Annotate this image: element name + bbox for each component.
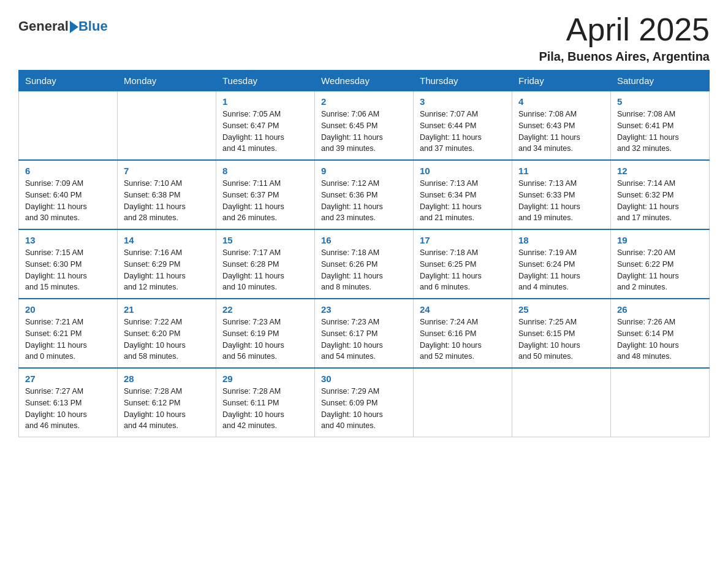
day-info: Sunrise: 7:08 AMSunset: 6:43 PMDaylight:… xyxy=(518,109,604,155)
calendar-day-cell: 27Sunrise: 7:27 AMSunset: 6:13 PMDayligh… xyxy=(19,368,118,437)
day-info: Sunrise: 7:28 AMSunset: 6:12 PMDaylight:… xyxy=(124,386,210,432)
calendar-week-row: 20Sunrise: 7:21 AMSunset: 6:21 PMDayligh… xyxy=(19,299,710,368)
calendar-header-row: SundayMondayTuesdayWednesdayThursdayFrid… xyxy=(19,71,710,91)
calendar-day-cell: 26Sunrise: 7:26 AMSunset: 6:14 PMDayligh… xyxy=(611,299,710,368)
day-info: Sunrise: 7:23 AMSunset: 6:19 PMDaylight:… xyxy=(222,316,308,362)
day-info: Sunrise: 7:20 AMSunset: 6:22 PMDaylight:… xyxy=(617,247,703,293)
calendar-header-cell: Sunday xyxy=(19,71,118,91)
day-number: 3 xyxy=(420,96,506,107)
day-info: Sunrise: 7:21 AMSunset: 6:21 PMDaylight:… xyxy=(25,316,111,362)
day-number: 9 xyxy=(321,166,407,176)
day-number: 10 xyxy=(420,166,506,176)
calendar-day-cell: 1Sunrise: 7:05 AMSunset: 6:47 PMDaylight… xyxy=(216,91,315,161)
day-info: Sunrise: 7:10 AMSunset: 6:38 PMDaylight:… xyxy=(124,178,210,224)
day-number: 5 xyxy=(617,96,703,107)
calendar-day-cell: 4Sunrise: 7:08 AMSunset: 6:43 PMDaylight… xyxy=(512,91,611,161)
day-number: 22 xyxy=(222,304,308,315)
logo-general-text: General xyxy=(18,18,69,34)
calendar-day-cell: 11Sunrise: 7:13 AMSunset: 6:33 PMDayligh… xyxy=(512,160,611,229)
day-info: Sunrise: 7:26 AMSunset: 6:14 PMDaylight:… xyxy=(617,316,703,362)
day-info: Sunrise: 7:09 AMSunset: 6:40 PMDaylight:… xyxy=(25,178,111,224)
day-info: Sunrise: 7:15 AMSunset: 6:30 PMDaylight:… xyxy=(25,247,111,293)
calendar-day-cell: 18Sunrise: 7:19 AMSunset: 6:24 PMDayligh… xyxy=(512,229,611,299)
day-info: Sunrise: 7:19 AMSunset: 6:24 PMDaylight:… xyxy=(518,247,604,293)
day-info: Sunrise: 7:23 AMSunset: 6:17 PMDaylight:… xyxy=(321,316,407,362)
day-info: Sunrise: 7:18 AMSunset: 6:26 PMDaylight:… xyxy=(321,247,407,293)
day-number: 13 xyxy=(25,235,111,245)
day-info: Sunrise: 7:11 AMSunset: 6:37 PMDaylight:… xyxy=(222,178,308,224)
day-number: 6 xyxy=(25,166,111,176)
day-number: 26 xyxy=(617,304,703,315)
day-number: 27 xyxy=(25,373,111,384)
calendar-header-cell: Wednesday xyxy=(315,71,414,91)
calendar-day-cell xyxy=(118,91,216,161)
calendar-day-cell: 22Sunrise: 7:23 AMSunset: 6:19 PMDayligh… xyxy=(216,299,315,368)
calendar-day-cell: 23Sunrise: 7:23 AMSunset: 6:17 PMDayligh… xyxy=(315,299,414,368)
day-number: 15 xyxy=(222,235,308,245)
day-number: 14 xyxy=(124,235,210,245)
title-block: April 2025 Pila, Buenos Aires, Argentina xyxy=(539,12,710,64)
day-info: Sunrise: 7:18 AMSunset: 6:25 PMDaylight:… xyxy=(420,247,506,293)
day-number: 21 xyxy=(124,304,210,315)
calendar-day-cell: 19Sunrise: 7:20 AMSunset: 6:22 PMDayligh… xyxy=(611,229,710,299)
calendar-day-cell: 7Sunrise: 7:10 AMSunset: 6:38 PMDaylight… xyxy=(118,160,216,229)
day-info: Sunrise: 7:13 AMSunset: 6:33 PMDaylight:… xyxy=(518,178,604,224)
calendar-day-cell: 10Sunrise: 7:13 AMSunset: 6:34 PMDayligh… xyxy=(414,160,512,229)
calendar-day-cell: 28Sunrise: 7:28 AMSunset: 6:12 PMDayligh… xyxy=(118,368,216,437)
calendar-header-cell: Saturday xyxy=(611,71,710,91)
day-number: 17 xyxy=(420,235,506,245)
day-number: 7 xyxy=(124,166,210,176)
calendar-week-row: 13Sunrise: 7:15 AMSunset: 6:30 PMDayligh… xyxy=(19,229,710,299)
day-info: Sunrise: 7:27 AMSunset: 6:13 PMDaylight:… xyxy=(25,386,111,432)
day-number: 12 xyxy=(617,166,703,176)
calendar-day-cell: 20Sunrise: 7:21 AMSunset: 6:21 PMDayligh… xyxy=(19,299,118,368)
calendar-day-cell xyxy=(512,368,611,437)
day-number: 25 xyxy=(518,304,604,315)
calendar-day-cell: 25Sunrise: 7:25 AMSunset: 6:15 PMDayligh… xyxy=(512,299,611,368)
day-info: Sunrise: 7:08 AMSunset: 6:41 PMDaylight:… xyxy=(617,109,703,155)
day-number: 24 xyxy=(420,304,506,315)
day-info: Sunrise: 7:05 AMSunset: 6:47 PMDaylight:… xyxy=(222,109,308,155)
calendar-day-cell xyxy=(611,368,710,437)
day-number: 4 xyxy=(518,96,604,107)
calendar-table: SundayMondayTuesdayWednesdayThursdayFrid… xyxy=(18,70,710,437)
day-number: 16 xyxy=(321,235,407,245)
calendar-header-cell: Friday xyxy=(512,71,611,91)
calendar-day-cell: 12Sunrise: 7:14 AMSunset: 6:32 PMDayligh… xyxy=(611,160,710,229)
logo: General Blue xyxy=(18,18,108,34)
day-number: 23 xyxy=(321,304,407,315)
calendar-day-cell: 16Sunrise: 7:18 AMSunset: 6:26 PMDayligh… xyxy=(315,229,414,299)
day-info: Sunrise: 7:07 AMSunset: 6:44 PMDaylight:… xyxy=(420,109,506,155)
day-number: 2 xyxy=(321,96,407,107)
calendar-day-cell xyxy=(19,91,118,161)
calendar-week-row: 27Sunrise: 7:27 AMSunset: 6:13 PMDayligh… xyxy=(19,368,710,437)
calendar-day-cell: 21Sunrise: 7:22 AMSunset: 6:20 PMDayligh… xyxy=(118,299,216,368)
day-info: Sunrise: 7:12 AMSunset: 6:36 PMDaylight:… xyxy=(321,178,407,224)
day-number: 28 xyxy=(124,373,210,384)
calendar-header-cell: Tuesday xyxy=(216,71,315,91)
day-info: Sunrise: 7:29 AMSunset: 6:09 PMDaylight:… xyxy=(321,386,407,432)
day-number: 20 xyxy=(25,304,111,315)
day-number: 30 xyxy=(321,373,407,384)
day-info: Sunrise: 7:16 AMSunset: 6:29 PMDaylight:… xyxy=(124,247,210,293)
day-number: 29 xyxy=(222,373,308,384)
calendar-day-cell: 9Sunrise: 7:12 AMSunset: 6:36 PMDaylight… xyxy=(315,160,414,229)
day-number: 8 xyxy=(222,166,308,176)
logo-blue-text: Blue xyxy=(78,18,108,34)
day-info: Sunrise: 7:25 AMSunset: 6:15 PMDaylight:… xyxy=(518,316,604,362)
calendar-day-cell: 14Sunrise: 7:16 AMSunset: 6:29 PMDayligh… xyxy=(118,229,216,299)
calendar-week-row: 6Sunrise: 7:09 AMSunset: 6:40 PMDaylight… xyxy=(19,160,710,229)
page-subtitle: Pila, Buenos Aires, Argentina xyxy=(539,50,710,64)
calendar-week-row: 1Sunrise: 7:05 AMSunset: 6:47 PMDaylight… xyxy=(19,91,710,161)
calendar-day-cell: 2Sunrise: 7:06 AMSunset: 6:45 PMDaylight… xyxy=(315,91,414,161)
day-info: Sunrise: 7:22 AMSunset: 6:20 PMDaylight:… xyxy=(124,316,210,362)
calendar-day-cell: 8Sunrise: 7:11 AMSunset: 6:37 PMDaylight… xyxy=(216,160,315,229)
calendar-day-cell: 13Sunrise: 7:15 AMSunset: 6:30 PMDayligh… xyxy=(19,229,118,299)
day-info: Sunrise: 7:28 AMSunset: 6:11 PMDaylight:… xyxy=(222,386,308,432)
logo-arrow-icon xyxy=(70,21,78,33)
day-info: Sunrise: 7:17 AMSunset: 6:28 PMDaylight:… xyxy=(222,247,308,293)
page-header: General Blue April 2025 Pila, Buenos Air… xyxy=(18,12,710,64)
calendar-day-cell: 5Sunrise: 7:08 AMSunset: 6:41 PMDaylight… xyxy=(611,91,710,161)
calendar-day-cell: 29Sunrise: 7:28 AMSunset: 6:11 PMDayligh… xyxy=(216,368,315,437)
day-info: Sunrise: 7:24 AMSunset: 6:16 PMDaylight:… xyxy=(420,316,506,362)
